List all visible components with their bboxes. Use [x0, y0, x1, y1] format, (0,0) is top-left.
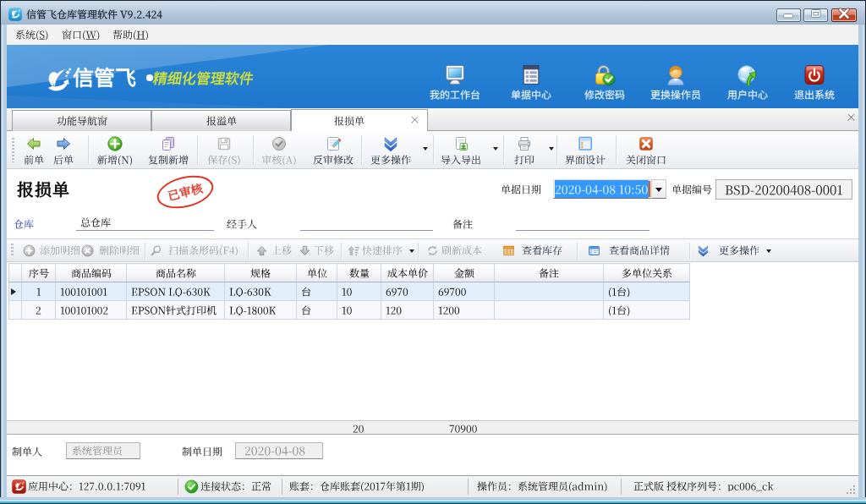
toolbar-button-next-doc[interactable]: [45, 134, 82, 167]
table-cell[interactable]: [56, 301, 127, 320]
detail-button-label: [362, 245, 403, 255]
close-button[interactable]: [831, 8, 857, 22]
banner-action-exit-system[interactable]: [779, 58, 850, 106]
brand-name: [73, 67, 136, 88]
toolbar-button-import-export[interactable]: [434, 134, 488, 167]
status-separator: [621, 479, 622, 495]
table-cell[interactable]: [434, 301, 495, 320]
column-header[interactable]: [604, 264, 690, 282]
banner-action-label: [650, 90, 701, 100]
row-selector[interactable]: [9, 282, 22, 301]
table-cell[interactable]: [381, 282, 434, 301]
toolbar-button-print[interactable]: [505, 134, 544, 167]
add-row-icon: [23, 244, 36, 257]
menu-item-system[interactable]: [10, 25, 54, 45]
column-header[interactable]: [381, 264, 434, 282]
toolbar-drag-handle[interactable]: [11, 244, 14, 257]
column-header[interactable]: [127, 264, 225, 282]
doc-no-input[interactable]: [715, 179, 852, 200]
table-cell[interactable]: [434, 282, 495, 301]
toolbar-button-audit[interactable]: [253, 134, 305, 167]
maximize-button[interactable]: [803, 8, 828, 22]
resize-grip[interactable]: [846, 485, 856, 495]
banner-action-user-center[interactable]: [712, 58, 783, 106]
banner-action-document-center[interactable]: [496, 58, 567, 106]
table-cell[interactable]: [337, 301, 381, 320]
column-header-label: [434, 268, 494, 278]
table-cell[interactable]: [297, 282, 337, 301]
toolbar-button-copy-new[interactable]: [141, 134, 195, 167]
toolbar-separator: [361, 135, 363, 164]
cell-text: [381, 287, 433, 297]
table-cell[interactable]: [225, 301, 297, 320]
tab-close-icon[interactable]: [409, 114, 420, 125]
column-header[interactable]: [22, 264, 56, 282]
table-cell[interactable]: [127, 301, 225, 320]
toolbar-button-save[interactable]: [198, 134, 250, 167]
close-window-icon: [638, 135, 655, 152]
toolbar-separator: [577, 243, 578, 259]
brand-bird-icon: [8, 8, 22, 21]
table-cell[interactable]: [604, 301, 690, 320]
remark-underline[interactable]: [516, 230, 650, 231]
status-operator: [477, 481, 608, 491]
banner-action-change-password[interactable]: [569, 58, 640, 106]
connected-icon: [184, 479, 199, 494]
menu-item-label: [112, 30, 149, 40]
cell-text: [381, 305, 433, 315]
status-separator: [178, 479, 178, 495]
title-bar[interactable]: [0, 0, 866, 25]
move-down-icon: [299, 244, 311, 257]
doc-date-input[interactable]: [553, 179, 651, 199]
table-cell[interactable]: [22, 282, 56, 301]
column-header[interactable]: [297, 264, 337, 282]
restore-icon: [803, 7, 828, 24]
column-header[interactable]: [495, 264, 604, 282]
menu-item-help[interactable]: [107, 25, 154, 45]
table-cell[interactable]: [495, 282, 604, 301]
menu-item-window[interactable]: [57, 25, 105, 45]
banner-action-my-workbench[interactable]: [419, 58, 491, 106]
toolbar-button-unaudit-edit[interactable]: [306, 134, 360, 167]
toolbar-button-more-actions[interactable]: [364, 134, 418, 167]
detail-toolbar: [7, 239, 859, 262]
toolbar-button-new[interactable]: [89, 134, 141, 167]
table-cell[interactable]: [22, 301, 56, 320]
warehouse-input[interactable]: [80, 217, 111, 227]
tabstrip-close-icon[interactable]: [845, 111, 857, 123]
toolbar-separator: [556, 135, 558, 164]
table-row[interactable]: [9, 282, 690, 301]
table-cell[interactable]: [337, 282, 381, 301]
column-header[interactable]: [56, 264, 127, 282]
table-cell[interactable]: [127, 282, 225, 301]
doc-date-dropdown-button[interactable]: [651, 179, 666, 199]
column-header[interactable]: [225, 264, 297, 282]
table-cell[interactable]: [225, 282, 297, 301]
toolbar-button-ui-design[interactable]: [559, 134, 611, 167]
cell-text: [56, 305, 126, 315]
table-cell[interactable]: [297, 301, 337, 320]
column-header[interactable]: [434, 264, 495, 282]
column-header[interactable]: [337, 264, 381, 282]
tab-overflow-doc[interactable]: [151, 110, 291, 131]
table-cell[interactable]: [381, 301, 434, 320]
minimize-button[interactable]: [776, 8, 801, 22]
table-cell[interactable]: [604, 282, 690, 301]
print-icon: [516, 135, 533, 152]
handler-underline[interactable]: [300, 230, 433, 231]
banner-action-change-operator[interactable]: [640, 58, 711, 106]
table-row[interactable]: [9, 301, 690, 320]
toolbar-button-close-window[interactable]: [620, 134, 672, 167]
table-cell[interactable]: [56, 282, 127, 301]
toolbar-button-label: [313, 155, 354, 165]
refresh-cost-icon: [426, 244, 439, 257]
creator-field: [66, 442, 140, 459]
table-cell[interactable]: [495, 301, 604, 320]
more-actions-icon: [697, 244, 710, 257]
tab-damage-doc[interactable]: [291, 109, 428, 131]
detail-button-label: [99, 245, 140, 255]
row-selector[interactable]: [9, 301, 22, 320]
toolbar-drag-handle[interactable]: [12, 138, 14, 162]
cell-text: [434, 305, 494, 315]
tab-function-nav[interactable]: [12, 110, 151, 131]
